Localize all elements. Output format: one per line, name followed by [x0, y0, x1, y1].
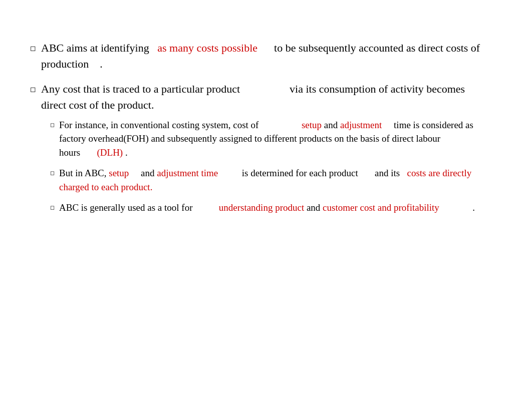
b1-text1: ABC aims at identifying: [41, 42, 149, 54]
sub-marker-3: [50, 203, 59, 212]
s2-t2: and: [129, 168, 157, 178]
s2-red1: setup: [109, 168, 129, 178]
b1-red1: as many costs possible: [152, 42, 263, 54]
bullet-marker-2: [30, 83, 41, 95]
s2-t3: is determined for each product and its: [218, 168, 407, 178]
s1-t4: .: [123, 147, 128, 158]
s3-red2: customer cost and profitability: [323, 202, 439, 213]
sub-text-3: ABC is generally used as a tool for unde…: [59, 201, 502, 215]
s1-t2: and: [322, 120, 340, 130]
bullet-text-1: ABC aims at identifying as many costs po…: [41, 40, 502, 72]
bullet-item-2: Any cost that is traced to a particular …: [30, 81, 502, 222]
s2-red2: adjustment time: [157, 168, 218, 178]
bullet-text-2: Any cost that is traced to a particular …: [41, 81, 502, 222]
s1-red3: (DLH): [97, 147, 123, 158]
s3-t3: .: [439, 202, 475, 213]
sub-item-1: For instance, in conventional costing sy…: [50, 118, 502, 160]
s1-red1: setup: [302, 120, 322, 130]
main-list: ABC aims at identifying as many costs po…: [30, 40, 502, 222]
bullet-marker-1: [30, 42, 41, 54]
sub-marker-1: [50, 120, 59, 130]
s2-t1: But in ABC,: [59, 168, 109, 178]
main-content: ABC aims at identifying as many costs po…: [30, 40, 502, 231]
b2-text1: Any cost that is traced to a particular …: [41, 83, 490, 111]
s1-red2: adjustment: [340, 120, 382, 130]
s3-red1: understanding product: [219, 202, 304, 213]
sub-marker-2: [50, 168, 59, 178]
bullet-item-1: ABC aims at identifying as many costs po…: [30, 40, 502, 72]
s3-t2: and: [304, 202, 323, 213]
sub-list: For instance, in conventional costing sy…: [50, 118, 502, 215]
sub-item-2: But in ABC, setup and adjustment time is…: [50, 166, 502, 194]
sub-text-1: For instance, in conventional costing sy…: [59, 118, 502, 160]
s1-t1: For instance, in conventional costing sy…: [59, 120, 302, 130]
sub-text-2: But in ABC, setup and adjustment time is…: [59, 166, 502, 194]
sub-item-3: ABC is generally used as a tool for unde…: [50, 201, 502, 215]
s3-t1: ABC is generally used as a tool for: [59, 202, 219, 213]
